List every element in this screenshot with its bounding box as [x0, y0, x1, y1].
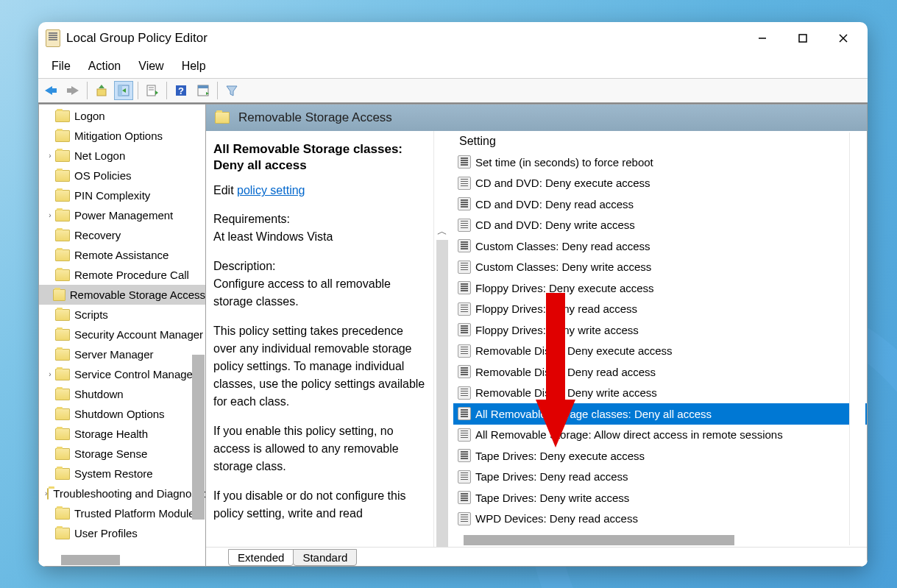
expand-arrow-icon[interactable]: › [45, 370, 55, 378]
tree-item-label: Server Manager [74, 348, 154, 361]
help-button[interactable]: ? [171, 81, 191, 100]
tree-item[interactable]: Recovery [39, 225, 205, 245]
setting-row[interactable]: Floppy Drives: Deny write access [453, 319, 867, 341]
policy-icon [458, 177, 471, 190]
tree-item[interactable]: System Restore [39, 464, 205, 483]
setting-label: Tape Drives: Deny write access [475, 492, 629, 504]
setting-row[interactable]: Custom Classes: Deny write access [453, 257, 867, 278]
description-text-3: If you enable this policy setting, no ac… [213, 422, 426, 475]
tree-item-label: Security Account Manager [74, 328, 203, 341]
minimize-button[interactable] [742, 24, 782, 52]
tree-item-label: Troubleshooting and Diagnostics [53, 487, 205, 500]
tree-item[interactable]: Security Account Manager [39, 325, 205, 344]
svg-marker-7 [99, 85, 104, 88]
setting-row[interactable]: Floppy Drives: Deny read access [453, 299, 867, 320]
svg-text:?: ? [178, 85, 184, 96]
tree-item[interactable]: Storage Health [39, 424, 205, 444]
tree-item[interactable]: Remote Assistance [39, 245, 205, 265]
tree-item[interactable]: Storage Sense [39, 444, 205, 464]
filter-button[interactable] [222, 81, 241, 100]
export-list-button[interactable] [143, 81, 162, 100]
tree-item[interactable]: Mitigation Options [39, 126, 205, 146]
setting-row[interactable]: CD and DVD: Deny write access [453, 215, 867, 236]
folder-icon [55, 448, 70, 460]
expand-arrow-icon[interactable]: › [45, 211, 55, 219]
folder-icon [47, 488, 49, 500]
tree-item-label: Shutdown [74, 388, 124, 400]
tree-item[interactable]: Trusted Platform Module [39, 503, 205, 523]
tree-item-label: Mitigation Options [74, 130, 163, 142]
tree-item[interactable]: Shutdown Options [39, 404, 205, 424]
setting-row[interactable]: WPD Devices: Deny read access [453, 509, 867, 530]
settings-hscroll-thumb[interactable] [464, 535, 734, 545]
tree-item[interactable]: ›Service Control Manager [39, 364, 205, 384]
refresh-button[interactable] [194, 81, 213, 100]
close-button[interactable] [823, 24, 863, 52]
tree-item-label: Logon [74, 110, 105, 122]
tree-vscroll-thumb[interactable] [192, 355, 205, 520]
setting-row[interactable]: Set time (in seconds) to force reboot [453, 152, 867, 173]
panel-tabs: Extended Standard [206, 547, 867, 566]
tab-extended[interactable]: Extended [228, 549, 294, 566]
menu-help[interactable]: Help [173, 57, 215, 76]
toolbar: ? [38, 78, 868, 103]
expand-arrow-icon[interactable]: › [45, 152, 55, 160]
tree-item-label: Remote Procedure Call [74, 269, 189, 281]
description-text-4: If you disable or do not configure this … [213, 487, 426, 523]
setting-row[interactable]: All Removable Storage: Allow direct acce… [453, 425, 867, 446]
tree-list[interactable]: LogonMitigation Options›Net LogonOS Poli… [39, 105, 205, 566]
description-text-1: Configure access to all removable storag… [213, 275, 426, 311]
folder-icon [55, 230, 70, 241]
tree-item[interactable]: PIN Complexity [39, 185, 205, 205]
description-label: Description: [213, 258, 426, 275]
tree-item[interactable]: ›Troubleshooting and Diagnostics [39, 483, 205, 503]
tree-item[interactable]: ›Net Logon [39, 146, 205, 166]
up-level-button[interactable] [92, 81, 111, 100]
tree-item[interactable]: Remote Procedure Call [39, 265, 205, 285]
menu-view[interactable]: View [130, 57, 172, 76]
tree-item-label: Scripts [74, 308, 108, 321]
folder-icon [55, 170, 70, 182]
setting-row[interactable]: All Removable Storage classes: Deny all … [453, 403, 867, 425]
maximize-button[interactable] [782, 24, 823, 52]
titlebar[interactable]: Local Group Policy Editor [38, 22, 868, 54]
right-vscroll[interactable] [849, 132, 865, 545]
folder-icon [55, 269, 70, 281]
tree-hscroll-thumb[interactable] [61, 555, 120, 565]
forward-button[interactable] [63, 81, 82, 100]
setting-row[interactable]: Custom Classes: Deny read access [453, 235, 867, 257]
tree-item[interactable]: Scripts [39, 305, 205, 325]
menu-file[interactable]: File [43, 57, 79, 76]
tree-item-label: Service Control Manager [74, 368, 196, 380]
setting-row[interactable]: CD and DVD: Deny execute access [453, 173, 867, 194]
tab-standard[interactable]: Standard [293, 549, 357, 566]
folder-icon [55, 249, 70, 261]
tree-item[interactable]: OS Policies [39, 166, 205, 185]
setting-row[interactable]: Tape Drives: Deny execute access [453, 445, 867, 467]
setting-row[interactable]: CD and DVD: Deny read access [453, 194, 867, 215]
tree-item[interactable]: Server Manager [39, 344, 205, 364]
policy-setting-link[interactable]: policy setting [237, 184, 305, 196]
settings-list[interactable]: Set time (in seconds) to force rebootCD … [453, 152, 867, 547]
setting-label: Floppy Drives: Deny read access [475, 302, 637, 315]
folder-icon [55, 329, 70, 341]
tree-item-label: Remote Assistance [74, 249, 169, 261]
tree-item[interactable]: User Profiles [39, 523, 205, 543]
setting-row[interactable]: Tape Drives: Deny write access [453, 487, 867, 509]
settings-column-header[interactable]: Setting [453, 131, 867, 152]
tree-item[interactable]: Removable Storage Access [39, 285, 205, 305]
setting-row[interactable]: Removable Disks: Deny write access [453, 383, 867, 404]
setting-row[interactable]: Floppy Drives: Deny execute access [453, 277, 867, 299]
tree-item[interactable]: Logon [39, 106, 205, 126]
setting-label: Tape Drives: Deny read access [475, 470, 628, 483]
show-hide-tree-button[interactable] [114, 81, 133, 100]
folder-icon [55, 528, 70, 539]
tree-item[interactable]: Shutdown [39, 384, 205, 404]
tree-item[interactable]: ›Power Management [39, 205, 205, 225]
setting-row[interactable]: Tape Drives: Deny read access [453, 467, 867, 488]
requirements-label: Requirements: [213, 210, 426, 228]
back-button[interactable] [41, 81, 60, 100]
setting-row[interactable]: Removable Disks: Deny execute access [453, 341, 867, 362]
menu-action[interactable]: Action [79, 57, 130, 76]
setting-row[interactable]: Removable Disks: Deny read access [453, 361, 867, 383]
